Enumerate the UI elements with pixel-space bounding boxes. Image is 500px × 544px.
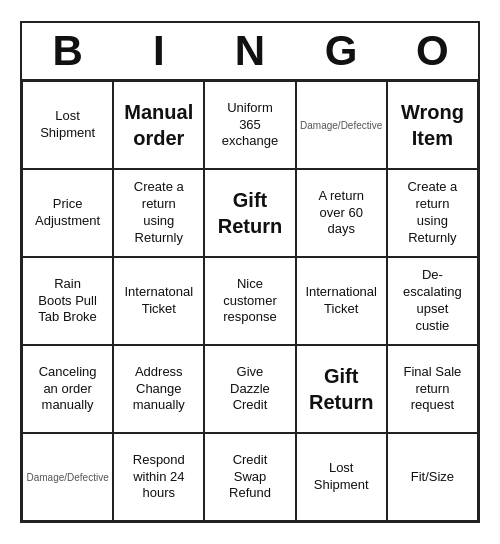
- bingo-cell-18: Gift Return: [296, 345, 387, 433]
- bingo-cell-2: Uniform 365 exchange: [204, 81, 295, 169]
- cell-text-21: Respond within 24 hours: [133, 452, 185, 503]
- letter-b: B: [24, 27, 112, 75]
- bingo-cell-8: A return over 60 days: [296, 169, 387, 257]
- letter-g: G: [297, 27, 385, 75]
- bingo-header: B I N G O: [22, 23, 478, 79]
- cell-text-22: Credit Swap Refund: [229, 452, 271, 503]
- bingo-cell-6: Create a return using Returnly: [113, 169, 204, 257]
- bingo-cell-10: Rain Boots Pull Tab Broke: [22, 257, 113, 345]
- cell-text-12: Nice customer response: [223, 276, 276, 327]
- bingo-cell-17: Give Dazzle Credit: [204, 345, 295, 433]
- bingo-cell-16: Address Change manually: [113, 345, 204, 433]
- letter-o: O: [388, 27, 476, 75]
- cell-text-15: Canceling an order manually: [39, 364, 97, 415]
- cell-text-19: Final Sale return request: [403, 364, 461, 415]
- cell-text-7: Gift Return: [218, 187, 282, 239]
- bingo-cell-23: Lost Shipment: [296, 433, 387, 521]
- bingo-cell-7: Gift Return: [204, 169, 295, 257]
- cell-text-20: Damage/Defective: [26, 471, 108, 484]
- bingo-cell-19: Final Sale return request: [387, 345, 478, 433]
- bingo-cell-21: Respond within 24 hours: [113, 433, 204, 521]
- cell-text-18: Gift Return: [309, 363, 373, 415]
- cell-text-13: International Ticket: [305, 284, 377, 318]
- bingo-cell-14: De- escalating upset custie: [387, 257, 478, 345]
- letter-n: N: [206, 27, 294, 75]
- bingo-cell-20: Damage/Defective: [22, 433, 113, 521]
- bingo-cell-11: Internatonal Ticket: [113, 257, 204, 345]
- bingo-cell-0: Lost Shipment: [22, 81, 113, 169]
- cell-text-3: Damage/Defective: [300, 119, 382, 132]
- cell-text-24: Fit/Size: [411, 469, 454, 486]
- cell-text-4: Wrong Item: [401, 99, 464, 151]
- letter-i: I: [115, 27, 203, 75]
- bingo-cell-3: Damage/Defective: [296, 81, 387, 169]
- cell-text-14: De- escalating upset custie: [403, 267, 462, 335]
- cell-text-10: Rain Boots Pull Tab Broke: [38, 276, 97, 327]
- cell-text-1: Manual order: [124, 99, 193, 151]
- cell-text-11: Internatonal Ticket: [124, 284, 193, 318]
- cell-text-0: Lost Shipment: [40, 108, 95, 142]
- bingo-grid: Lost ShipmentManual orderUniform 365 exc…: [22, 79, 478, 521]
- bingo-cell-24: Fit/Size: [387, 433, 478, 521]
- cell-text-6: Create a return using Returnly: [134, 179, 184, 247]
- cell-text-17: Give Dazzle Credit: [230, 364, 270, 415]
- cell-text-8: A return over 60 days: [318, 188, 364, 239]
- bingo-cell-12: Nice customer response: [204, 257, 295, 345]
- bingo-card: B I N G O Lost ShipmentManual orderUnifo…: [20, 21, 480, 523]
- bingo-cell-9: Create a return using Returnly: [387, 169, 478, 257]
- cell-text-16: Address Change manually: [133, 364, 185, 415]
- cell-text-5: Price Adjustment: [35, 196, 100, 230]
- bingo-cell-1: Manual order: [113, 81, 204, 169]
- bingo-cell-22: Credit Swap Refund: [204, 433, 295, 521]
- bingo-cell-5: Price Adjustment: [22, 169, 113, 257]
- cell-text-2: Uniform 365 exchange: [222, 100, 278, 151]
- bingo-cell-15: Canceling an order manually: [22, 345, 113, 433]
- bingo-cell-4: Wrong Item: [387, 81, 478, 169]
- cell-text-9: Create a return using Returnly: [407, 179, 457, 247]
- bingo-cell-13: International Ticket: [296, 257, 387, 345]
- cell-text-23: Lost Shipment: [314, 460, 369, 494]
